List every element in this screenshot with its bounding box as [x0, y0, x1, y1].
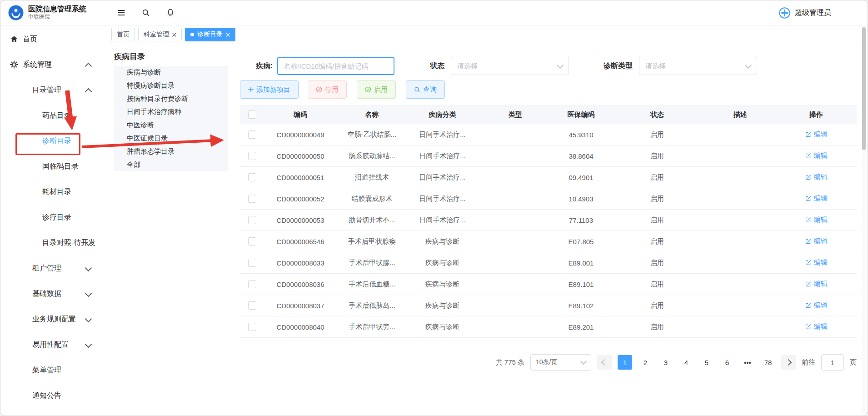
- select-all-checkbox[interactable]: [248, 110, 256, 119]
- sidebar-item-treatment-catalog[interactable]: 诊疗目录: [0, 205, 103, 230]
- page-button[interactable]: 3: [658, 355, 673, 370]
- sidebar-item-home[interactable]: 首页: [0, 26, 103, 52]
- sidebar-item-catalog-management[interactable]: 目录管理: [0, 77, 103, 103]
- sidebar-item-menu-management[interactable]: 菜单管理: [0, 357, 103, 383]
- row-checkbox[interactable]: [248, 323, 256, 331]
- insurance-code-cell: E89.102: [553, 295, 609, 316]
- sidebar-item-label: 诊断目录: [42, 136, 71, 146]
- add-item-button[interactable]: 添加新项目: [240, 80, 299, 99]
- last-page-button[interactable]: 78: [761, 355, 775, 370]
- close-icon[interactable]: [172, 33, 176, 37]
- scrollbar-thumb[interactable]: [862, 27, 866, 150]
- diagnosis-type-select[interactable]: 请选择: [639, 57, 757, 75]
- catalog-list: 疾病与诊断 特慢病诊断目录 按病种目录付费诊断 日间手术治疗病种 中医诊断 中医…: [114, 66, 228, 171]
- page-button[interactable]: 2: [638, 355, 653, 370]
- row-checkbox[interactable]: [248, 173, 256, 181]
- sidebar-item-diagnosis-catalog[interactable]: 诊断目录: [0, 128, 103, 154]
- sidebar-item-national-code-catalog[interactable]: 国临码目录: [0, 154, 103, 179]
- catalog-item[interactable]: 疾病与诊断: [114, 66, 228, 79]
- pagination-ellipsis[interactable]: •••: [740, 355, 755, 370]
- sidebar-item-label: 租户管理: [32, 264, 61, 273]
- sidebar-item-tenant-management[interactable]: 租户管理: [0, 256, 103, 281]
- scrollbar-track[interactable]: [862, 26, 866, 414]
- row-checkbox[interactable]: [248, 237, 256, 246]
- disease-search-input[interactable]: [277, 57, 394, 75]
- page-button[interactable]: 5: [699, 355, 714, 370]
- prev-page-button[interactable]: [597, 355, 612, 370]
- page-button[interactable]: 4: [679, 355, 693, 370]
- catalog-item[interactable]: 全部: [114, 158, 228, 171]
- sidebar-item-consumables-catalog[interactable]: 耗材目录: [0, 179, 103, 205]
- query-button[interactable]: 查询: [406, 80, 445, 99]
- user-menu[interactable]: 超级管理员: [778, 0, 831, 25]
- edit-button[interactable]: 编辑: [805, 301, 828, 310]
- edit-button[interactable]: 编辑: [805, 173, 828, 181]
- edit-button[interactable]: 编辑: [805, 280, 828, 288]
- insurance-code-cell: 10.4903: [553, 188, 609, 210]
- name-cell: 手术后甲状旁...: [337, 316, 407, 338]
- page-size-select[interactable]: 10条/页: [530, 354, 591, 371]
- sidebar-item-usability-config[interactable]: 易用性配置: [0, 332, 103, 357]
- search-icon[interactable]: [141, 8, 150, 17]
- status-cell: 启用: [609, 316, 705, 338]
- description-cell: [705, 124, 775, 145]
- sidebar-item-system-management[interactable]: 系统管理: [0, 52, 103, 77]
- page-button[interactable]: 1: [618, 355, 632, 370]
- disease-filter-label: 疾病:: [256, 61, 273, 71]
- tab-diagnosis-catalog[interactable]: 诊断目录: [185, 28, 235, 41]
- edit-button[interactable]: 编辑: [805, 322, 828, 331]
- sidebar-item-catalog-compare[interactable]: 目录对照-待开发: [0, 230, 103, 256]
- status-select[interactable]: 请选择: [451, 57, 569, 75]
- sidebar: 首页 系统管理 目录管理 药品目录 诊断目录 国临码目录 耗材目录 诊疗目录: [0, 25, 103, 416]
- catalog-item[interactable]: 肿瘤形态学目录: [114, 145, 228, 158]
- edit-button[interactable]: 编辑: [805, 130, 828, 139]
- edit-button[interactable]: 编辑: [805, 216, 828, 224]
- row-checkbox[interactable]: [248, 280, 256, 288]
- sidebar-item-basic-data[interactable]: 基础数据: [0, 281, 103, 306]
- code-cell: CD0000008036: [264, 274, 337, 295]
- operation-cell: 编辑: [775, 167, 857, 188]
- disable-button[interactable]: 停用: [308, 80, 347, 99]
- sidebar-item-drug-catalog[interactable]: 药品目录: [0, 103, 103, 128]
- catalog-item[interactable]: 按病种目录付费诊断: [114, 92, 228, 105]
- close-icon[interactable]: [226, 33, 230, 37]
- bell-icon[interactable]: [166, 8, 175, 17]
- next-page-button[interactable]: [781, 355, 796, 370]
- edit-button[interactable]: 编辑: [805, 258, 828, 267]
- edit-label: 编辑: [814, 258, 828, 267]
- catalog-item[interactable]: 中医诊断: [114, 119, 228, 132]
- row-checkbox[interactable]: [248, 195, 256, 203]
- goto-page-input[interactable]: [821, 354, 844, 371]
- enable-button[interactable]: 启用: [357, 80, 396, 99]
- row-checkbox[interactable]: [248, 130, 256, 139]
- page-size-value: 10条/页: [536, 358, 557, 366]
- edit-button[interactable]: 编辑: [805, 237, 828, 246]
- edit-label: 编辑: [814, 216, 828, 224]
- hamburger-menu-icon[interactable]: [117, 8, 126, 17]
- sidebar-item-notice[interactable]: 通知公告: [0, 383, 103, 408]
- tabs-bar: 首页 科室管理 诊断目录: [103, 25, 861, 44]
- tab-home[interactable]: 首页: [111, 28, 135, 41]
- page-button[interactable]: 6: [720, 355, 734, 370]
- description-cell: [705, 145, 775, 167]
- operation-cell: 编辑: [775, 252, 857, 274]
- edit-button[interactable]: 编辑: [805, 194, 828, 203]
- app-title: 医院信息管理系统: [28, 5, 86, 13]
- edit-label: 编辑: [814, 130, 828, 139]
- status-cell: 启用: [609, 295, 705, 316]
- column-header: 描述: [705, 105, 775, 124]
- catalog-item[interactable]: 特慢病诊断目录: [114, 79, 228, 92]
- type-cell: [478, 145, 553, 167]
- row-checkbox[interactable]: [248, 259, 256, 267]
- sidebar-item-business-rules[interactable]: 业务规则配置: [0, 306, 103, 332]
- chevron-down-icon: [580, 358, 587, 365]
- type-cell: [478, 316, 553, 338]
- row-checkbox[interactable]: [248, 216, 256, 224]
- row-checkbox[interactable]: [248, 301, 256, 310]
- catalog-item[interactable]: 中医证候目录: [114, 132, 228, 145]
- tab-department-management[interactable]: 科室管理: [138, 28, 182, 41]
- edit-button[interactable]: 编辑: [805, 151, 828, 160]
- column-header: 名称: [337, 105, 407, 124]
- catalog-item[interactable]: 日间手术治疗病种: [114, 105, 228, 119]
- row-checkbox[interactable]: [248, 152, 256, 160]
